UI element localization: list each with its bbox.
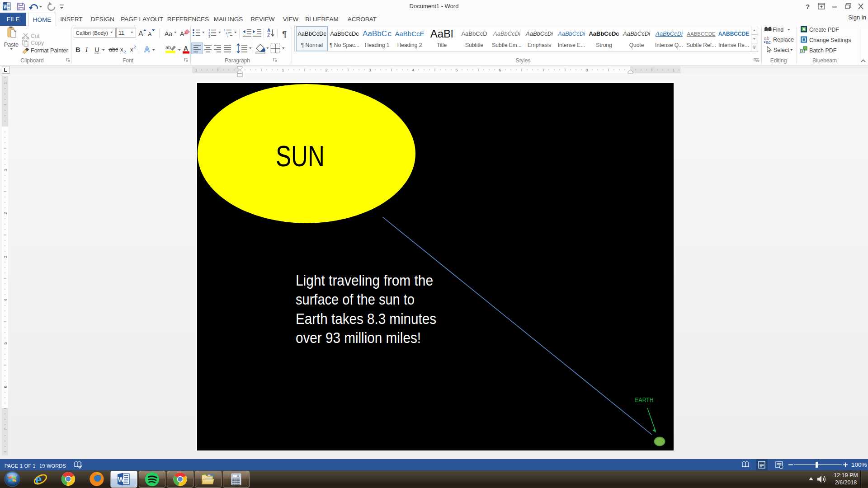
svg-text:SUN: SUN <box>276 140 325 173</box>
svg-text:3: 3 <box>368 67 371 72</box>
svg-text:8: 8 <box>585 67 588 72</box>
svg-text:6: 6 <box>3 385 8 388</box>
svg-text:A: A <box>267 28 270 33</box>
svg-text:1: 1 <box>3 169 8 171</box>
svg-text:3: 3 <box>208 35 210 38</box>
svg-text:¶: ¶ <box>282 29 287 39</box>
svg-text:Paste: Paste <box>4 42 19 48</box>
svg-text:A: A <box>184 45 188 52</box>
svg-text:1: 1 <box>672 67 675 72</box>
svg-text:100%: 100% <box>851 461 867 468</box>
svg-text:2: 2 <box>3 212 8 214</box>
svg-text:2: 2 <box>124 50 126 54</box>
svg-text:e: e <box>35 471 42 487</box>
svg-text:A: A <box>138 30 143 38</box>
svg-text:Editing: Editing <box>770 57 787 64</box>
svg-text:Copy: Copy <box>31 40 44 46</box>
svg-text:4: 4 <box>3 299 8 301</box>
svg-text:1: 1 <box>282 67 284 72</box>
svg-text:2: 2 <box>208 32 210 35</box>
svg-text:1: 1 <box>224 28 226 32</box>
svg-text:Calibri (Body): Calibri (Body) <box>76 30 108 36</box>
svg-text:1: 1 <box>195 67 197 72</box>
svg-text:5: 5 <box>455 67 458 72</box>
svg-text:I: I <box>85 46 88 53</box>
svg-text:Font: Font <box>123 57 134 64</box>
svg-text:7: 7 <box>3 428 8 430</box>
svg-text:11: 11 <box>118 30 124 36</box>
svg-text:12:19 PM: 12:19 PM <box>834 472 858 479</box>
svg-text:Clipboard: Clipboard <box>20 57 43 64</box>
svg-text:Change Settings: Change Settings <box>809 37 851 43</box>
svg-text:?: ? <box>806 3 810 10</box>
svg-text:Create PDF: Create PDF <box>809 27 839 33</box>
svg-text:Paragraph: Paragraph <box>225 57 250 64</box>
svg-text:x: x <box>120 46 123 53</box>
svg-text:2: 2 <box>325 67 327 72</box>
svg-text:Bluebeam: Bluebeam <box>812 57 837 64</box>
svg-text:A: A <box>180 30 184 38</box>
svg-text:U: U <box>94 46 99 53</box>
svg-text:over 93 million miles!: over 93 million miles! <box>296 329 421 346</box>
svg-text:Replace: Replace <box>773 37 794 43</box>
svg-text:Light traveling from the: Light traveling from the <box>296 272 433 289</box>
svg-text:Aa: Aa <box>165 30 172 38</box>
svg-text:Z: Z <box>267 33 270 38</box>
svg-text:7: 7 <box>542 67 544 72</box>
svg-text:ab: ab <box>165 45 171 50</box>
svg-text:B: B <box>75 46 80 53</box>
svg-text:Batch PDF: Batch PDF <box>809 47 837 54</box>
svg-text:EARTH: EARTH <box>635 396 654 404</box>
svg-text:a: a <box>226 32 227 35</box>
svg-text:1: 1 <box>208 28 210 32</box>
svg-text:2: 2 <box>134 45 136 49</box>
svg-text:A: A <box>144 45 150 54</box>
svg-text:A: A <box>148 31 152 38</box>
svg-text:surface of the sun to: surface of the sun to <box>296 291 415 308</box>
svg-text:i: i <box>227 35 228 38</box>
svg-text:W: W <box>118 475 125 483</box>
svg-text:Styles: Styles <box>516 57 531 64</box>
svg-text:2/6/2018: 2/6/2018 <box>835 479 857 486</box>
svg-text:6: 6 <box>499 67 501 72</box>
svg-text:Earth takes 8.3 minutes: Earth takes 8.3 minutes <box>296 310 436 327</box>
svg-text:Find: Find <box>773 27 783 33</box>
svg-text:x: x <box>130 46 133 53</box>
svg-text:Format Painter: Format Painter <box>31 47 68 54</box>
svg-text:4: 4 <box>412 67 414 72</box>
svg-text:3: 3 <box>3 255 8 258</box>
svg-text:Cut: Cut <box>31 33 40 39</box>
svg-text:ac: ac <box>766 39 771 45</box>
svg-text:5: 5 <box>3 342 8 344</box>
svg-text:Select: Select <box>774 47 789 53</box>
svg-text:1: 1 <box>3 82 8 84</box>
